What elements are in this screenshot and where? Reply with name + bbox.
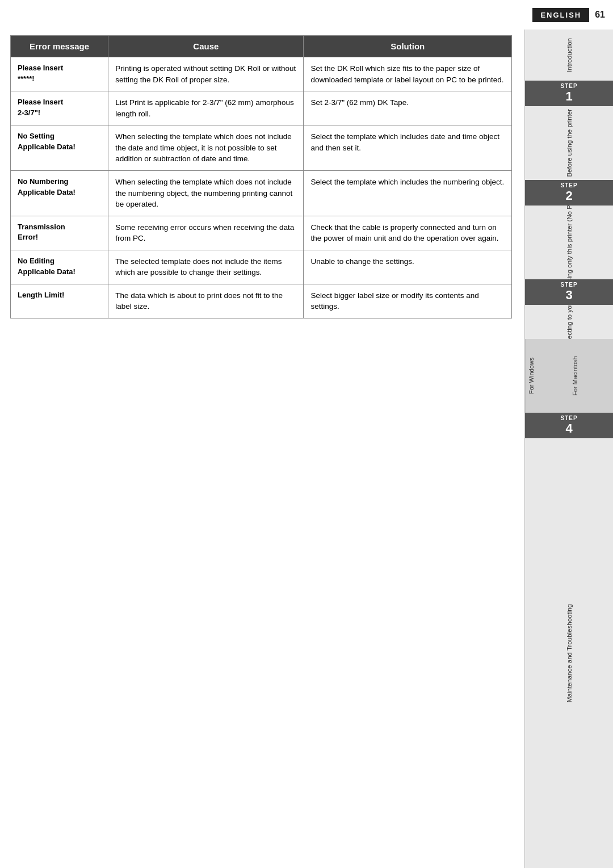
page-container: ENGLISH 61 Error message Cause Solution …: [0, 0, 613, 868]
step2-text: Using only this printer (No PC): [566, 206, 573, 279]
intro-label: Introduction: [566, 38, 573, 72]
sidebar-step4-segment: Maintenance and Troubleshooting: [525, 438, 613, 868]
error-msg-cell: Length Limit!: [11, 284, 108, 318]
table-row: Please Insert*****!Printing is operated …: [11, 57, 512, 91]
step4-label: STEP: [525, 415, 613, 421]
intro-text-area: Introduction: [525, 30, 613, 81]
step1-text-area: Before using the printer: [525, 106, 613, 180]
cause-cell: Printing is operated without setting DK …: [108, 57, 304, 91]
step2-marker: STEP 2: [525, 180, 613, 206]
cause-cell: The data which is about to print does no…: [108, 284, 304, 318]
solution-cell: Set 2-3/7" (62 mm) DK Tape.: [304, 91, 512, 125]
step3-label: STEP: [525, 282, 613, 288]
solution-cell: Select the template which includes date …: [304, 125, 512, 171]
table-row: No EditingApplicable Data!The selected t…: [11, 250, 512, 284]
cause-cell: When selecting the template which does n…: [108, 125, 304, 171]
col-header-solution: Solution: [304, 36, 512, 57]
sidebar-step1-segment: Before using the printer: [525, 106, 613, 180]
cause-cell: When selecting the template which does n…: [108, 170, 304, 216]
step2-text-area: Using only this printer (No PC): [525, 206, 613, 279]
subtab-macintosh[interactable]: For Macintosh: [569, 339, 613, 413]
step4-marker: STEP 4: [525, 413, 613, 438]
main-content: Error message Cause Solution Please Inse…: [0, 30, 522, 868]
error-msg-cell: TransmissionError!: [11, 216, 108, 250]
col-header-error: Error message: [11, 36, 108, 57]
step3-subtabs: For Windows For Macintosh: [525, 339, 613, 413]
col-header-cause: Cause: [108, 36, 304, 57]
step1-text: Before using the printer: [566, 109, 573, 177]
step4-text-area: Maintenance and Troubleshooting: [525, 438, 613, 868]
error-msg-cell: Please Insert*****!: [11, 57, 108, 91]
table-row: TransmissionError!Some receiving error o…: [11, 216, 512, 250]
solution-cell: Set the DK Roll which size fits to the p…: [304, 57, 512, 91]
right-sidebar: Introduction STEP 1 Before using the pri…: [524, 30, 613, 868]
step3-text-area: Connecting to your PC: [525, 305, 613, 339]
error-msg-cell: No EditingApplicable Data!: [11, 250, 108, 284]
step2-label: STEP: [525, 182, 613, 188]
top-header: ENGLISH 61: [0, 0, 613, 30]
cause-cell: The selected template does not include t…: [108, 250, 304, 284]
error-msg-cell: Please Insert2-3/7"!: [11, 91, 108, 125]
step4-num: 4: [525, 421, 613, 436]
page-number: 61: [595, 10, 605, 20]
table-row: Length Limit!The data which is about to …: [11, 284, 512, 318]
step1-marker: STEP 1: [525, 81, 613, 106]
step2-num: 2: [525, 188, 613, 203]
solution-cell: Select the template which includes the n…: [304, 170, 512, 216]
step1-num: 1: [525, 89, 613, 104]
sidebar-inner: Introduction STEP 1 Before using the pri…: [525, 30, 613, 868]
subtab-windows[interactable]: For Windows: [525, 339, 569, 413]
sidebar-intro-segment: Introduction: [525, 30, 613, 81]
step3-text: Connecting to your PC: [566, 305, 573, 339]
step1-label: STEP: [525, 83, 613, 89]
error-msg-cell: No NumberingApplicable Data!: [11, 170, 108, 216]
language-badge: ENGLISH: [532, 8, 589, 22]
solution-cell: Check that the cable is properly connect…: [304, 216, 512, 250]
error-msg-cell: No SettingApplicable Data!: [11, 125, 108, 171]
table-row: No NumberingApplicable Data!When selecti…: [11, 170, 512, 216]
solution-cell: Unable to change the settings.: [304, 250, 512, 284]
table-row: No SettingApplicable Data!When selecting…: [11, 125, 512, 171]
step4-text: Maintenance and Troubleshooting: [566, 604, 573, 702]
step3-num: 3: [525, 288, 613, 303]
cause-cell: Some receiving error occurs when receivi…: [108, 216, 304, 250]
solution-cell: Select bigger label size or modify its c…: [304, 284, 512, 318]
sidebar-step2-segment: Using only this printer (No PC): [525, 206, 613, 279]
error-table: Error message Cause Solution Please Inse…: [10, 35, 512, 318]
step3-marker: STEP 3: [525, 279, 613, 305]
sidebar-step3-segment: Connecting to your PC: [525, 305, 613, 339]
cause-cell: List Print is applicable for 2-3/7" (62 …: [108, 91, 304, 125]
table-row: Please Insert2-3/7"!List Print is applic…: [11, 91, 512, 125]
